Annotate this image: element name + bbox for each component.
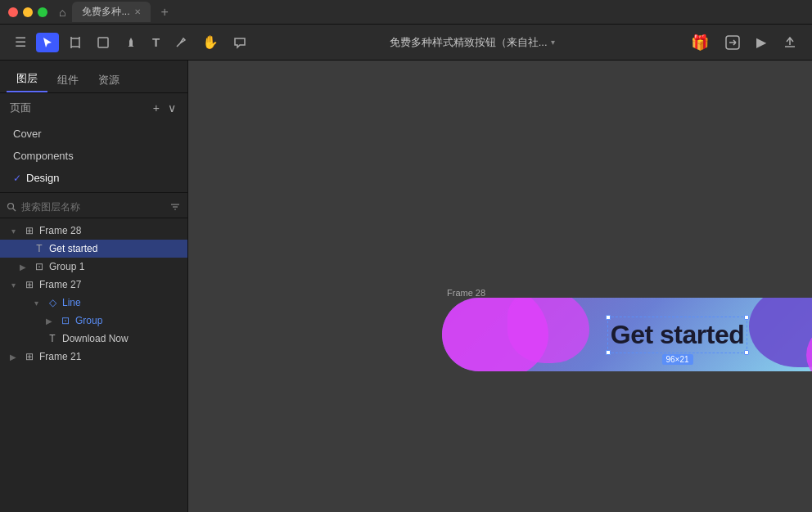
main-layout: 图层 组件 资源 页面 + ∨ Cover Components ✓ Desig… [0,61,812,512]
expand-icon[interactable]: ▶ [16,263,29,272]
text-layer-icon: T [33,243,46,254]
group-icon: ⊡ [59,315,72,326]
layer-frame28[interactable]: ▾ ⊞ Frame 28 [0,222,187,240]
expand-icon[interactable]: ▶ [43,317,56,326]
shape-tool[interactable] [92,33,115,52]
menu-button[interactable]: ☰ [10,31,31,53]
pages-label: 页面 [10,101,31,115]
play-button[interactable]: ▶ [751,31,771,53]
traffic-lights [8,7,47,17]
svg-line-8 [13,209,16,211]
text-tool[interactable]: T [147,32,165,52]
layer-group1[interactable]: ▶ ⊡ Group 1 [0,258,187,276]
titlebar: ⌂ 免费多种... ✕ + [0,0,812,25]
home-icon[interactable]: ⌂ [59,6,65,19]
toolbar-right: 🎁 ▶ [686,30,802,55]
selection-handle-tl[interactable] [606,315,611,320]
share-button[interactable] [720,32,745,53]
title-dropdown-icon[interactable]: ▾ [551,38,555,47]
toolbar: ☰ T [0,25,812,61]
sidebar-tabs: 图层 组件 资源 [0,61,187,93]
button-frame28[interactable]: Get started 96×21 [442,298,812,371]
group-icon: ⊡ [33,261,46,272]
button-text: Get started [611,320,744,349]
expand-icon[interactable]: ▾ [29,299,43,308]
layer-get-started-label: Get started [49,243,181,254]
select-tool[interactable] [36,33,59,52]
tab-close-icon[interactable]: ✕ [134,7,141,16]
tab-assets[interactable]: 资源 [88,68,129,92]
pages-actions: + ∨ [151,100,178,116]
layer-frame27[interactable]: ▾ ⊞ Frame 27 [0,276,187,294]
frame-tool[interactable] [64,33,87,52]
avatar-button[interactable]: 🎁 [686,30,714,55]
layer-group[interactable]: ▶ ⊡ Group [0,312,187,330]
active-tab[interactable]: 免费多种... ✕ [72,2,151,22]
size-badge: 96×21 [661,354,692,365]
layer-tree: ▾ ⊞ Frame 28 T Get started ▶ ⊡ Group 1 ▾… [0,218,187,512]
sidebar: 图层 组件 资源 页面 + ∨ Cover Components ✓ Desig… [0,61,188,512]
pages-menu-button[interactable]: ∨ [166,100,178,116]
layer-group-label: Group [75,315,181,326]
sidebar-divider [0,192,187,193]
frame-icon: ⊞ [23,225,36,236]
selection-handle-br[interactable] [744,350,749,355]
tab-components[interactable]: 组件 [47,68,88,92]
layer-frame27-label: Frame 27 [39,279,181,290]
page-components[interactable]: Components [0,145,187,167]
add-tab-button[interactable]: + [160,5,168,20]
frame-icon: ⊞ [23,279,36,290]
expand-icon[interactable]: ▾ [7,227,20,236]
canvas[interactable]: Frame 28 [188,61,812,512]
layer-download-now-label: Download Now [62,333,181,344]
add-page-button[interactable]: + [151,100,161,116]
component-icon: ◇ [46,297,59,308]
close-button[interactable] [8,7,18,17]
expand-icon[interactable]: ▶ [7,353,20,362]
publish-button[interactable] [778,32,802,53]
toolbar-left: ☰ T [10,31,251,53]
layer-frame21-label: Frame 21 [39,351,181,362]
toolbar-center: 免费多种样式精致按钮（来自社... ▾ [261,35,683,50]
selection-handle-tr[interactable] [744,315,749,320]
text-layer-icon: T [46,333,59,344]
layer-search-bar [0,196,187,218]
layer-frame28-label: Frame 28 [39,225,181,236]
svg-rect-5 [98,38,108,47]
search-icon [7,202,16,212]
tab-label: 免费多种... [82,5,129,19]
page-cover-label: Cover [13,128,42,140]
layer-group1-label: Group 1 [49,261,181,272]
expand-icon[interactable]: ▾ [7,281,20,290]
page-cover[interactable]: Cover [0,123,187,145]
tab-layers[interactable]: 图层 [7,66,47,92]
minimize-button[interactable] [23,7,33,17]
file-title[interactable]: 免费多种样式精致按钮（来自社... ▾ [390,35,555,50]
layer-download-now[interactable]: T Download Now [0,330,187,348]
frame-icon: ⊞ [23,351,36,362]
layer-search-input[interactable] [21,201,165,213]
frame-label: Frame 28 [447,288,485,298]
pen-tool[interactable] [169,33,192,52]
maximize-button[interactable] [38,7,47,17]
page-components-label: Components [13,150,74,162]
filter-icon[interactable] [169,201,181,213]
page-design-label: Design [26,172,59,184]
layer-frame21[interactable]: ▶ ⊞ Frame 21 [0,348,187,366]
svg-point-7 [8,204,14,209]
layer-line[interactable]: ▾ ◇ Line [0,294,187,312]
layer-line-label: Line [62,297,181,308]
svg-rect-0 [71,38,79,47]
hand-tool[interactable]: ✋ [197,31,223,53]
fill-tool[interactable] [120,33,142,52]
pages-section: 页面 + ∨ [0,93,187,123]
layer-get-started[interactable]: T Get started [0,240,187,258]
selection-handle-bl[interactable] [606,350,611,355]
page-design[interactable]: ✓ Design [0,167,187,189]
active-page-check-icon: ✓ [13,173,21,184]
comment-tool[interactable] [228,33,251,52]
canvas-content: Frame 28 [188,61,812,512]
